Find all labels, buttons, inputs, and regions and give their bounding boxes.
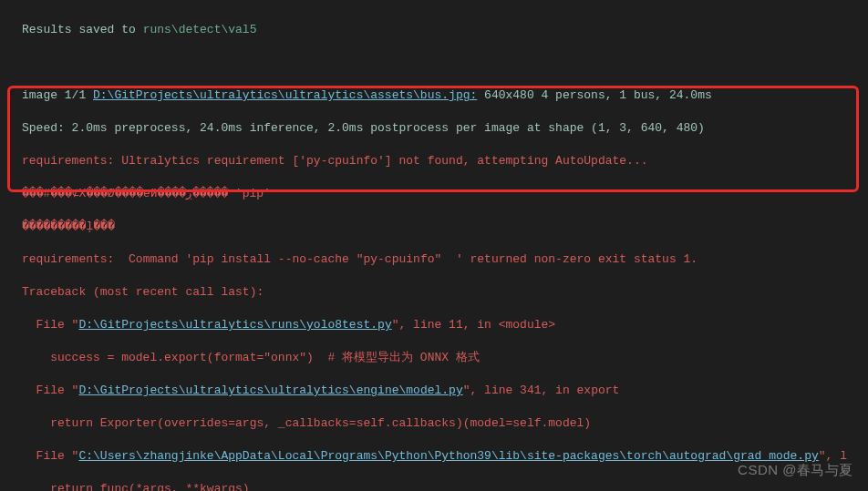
requirements-msg-2: Command 'pip install --no-cache "py-cpui… [114,252,698,266]
results-saved-path: runs\detect\val5 [143,23,257,36]
traceback-file-link-1[interactable]: D:\GitProjects\ultralytics\runs\yolo8tes… [78,318,391,332]
file-prefix: File " [22,318,78,332]
traceback-file-link-2[interactable]: D:\GitProjects\ultralytics\ultralytics\e… [78,384,462,397]
image-detection-summary: 640x480 4 persons, 1 bus, 24.0ms [477,88,711,102]
file-prefix: File " [22,449,78,463]
traceback-header: Traceback (most recent call last): [22,284,859,301]
traceback-body-1: success = model.export(format="onnx") # … [22,350,859,366]
traceback-body-2: return Exporter(overrides=args, _callbac… [22,415,859,432]
speed-line: Speed: 2.0ms preprocess, 24.0ms inferenc… [22,120,859,137]
watermark-text: CSDN @春马与夏 [738,462,853,478]
requirements-label-1: requirements: [22,154,114,168]
file-suffix: ", line 341, in export [463,384,620,397]
file-suffix: ", line 11, in <module> [392,318,555,332]
file-suffix: ", l [819,449,847,463]
traceback-file-link-3[interactable]: C:\Users\zhangjinke\AppData\Local\Progra… [78,449,818,463]
garbled-line-1: ���#���⊄X���Ø����eӥ����ڔ����� 'pip' [22,186,859,202]
file-prefix: File " [22,384,78,397]
requirements-msg-1: Ultralytics requirement ['py-cpuinfo'] n… [114,154,647,168]
terminal-output: Results saved to runs\detect\val5 image … [0,0,868,491]
results-saved-label: Results saved to [22,23,143,36]
image-path-link[interactable]: D:\GitProjects\ultralytics\ultralytics\a… [93,88,477,102]
image-prefix: image 1/1 [22,88,93,102]
requirements-label-2: requirements: [22,252,114,266]
garbled-line-2: ���������ļ��� [22,219,859,235]
traceback-body-3: return func(*args, **kwargs) [22,481,859,491]
